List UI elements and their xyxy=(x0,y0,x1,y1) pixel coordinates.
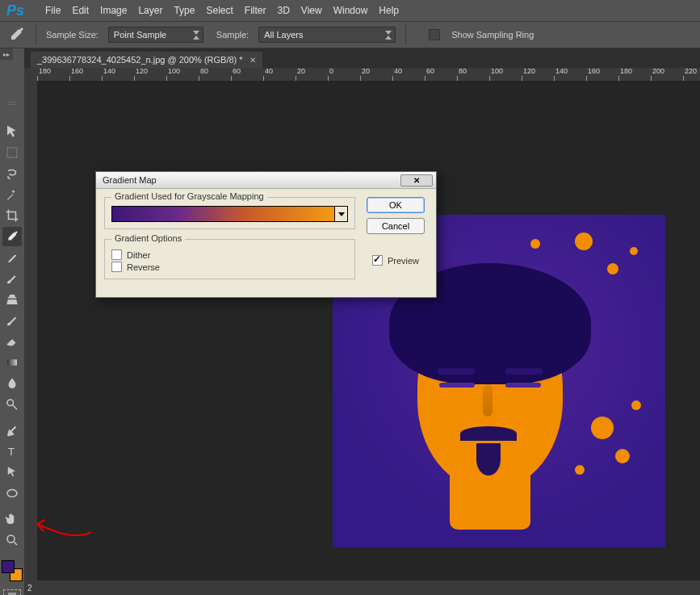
separator xyxy=(405,25,406,44)
sample-size-value: Point Sample xyxy=(114,30,166,40)
reverse-checkbox[interactable] xyxy=(111,262,122,272)
menu-type[interactable]: Type xyxy=(174,5,195,16)
gradient-options-legend: Gradient Options xyxy=(111,233,185,243)
svg-point-2 xyxy=(7,400,14,406)
canvas[interactable] xyxy=(37,81,700,580)
chevron-down-icon xyxy=(338,212,345,216)
sample-size-select[interactable]: Point Sample xyxy=(108,27,203,43)
move-tool[interactable] xyxy=(2,122,22,141)
menu-filter[interactable]: Filter xyxy=(245,5,266,16)
path-selection-tool[interactable] xyxy=(2,463,22,482)
eyedropper-tool-icon xyxy=(6,25,26,44)
toolbox-tab-strip[interactable]: ▸▸ xyxy=(0,48,13,60)
brush-tool[interactable] xyxy=(2,269,22,288)
pen-tool[interactable] xyxy=(2,421,22,440)
reverse-label: Reverse xyxy=(127,262,160,272)
chevron-up-icon xyxy=(385,31,392,35)
gradient-mapping-legend: Gradient Used for Grayscale Mapping xyxy=(111,191,267,201)
eraser-tool[interactable] xyxy=(2,332,22,351)
svg-rect-0 xyxy=(7,148,17,157)
shape-tool[interactable] xyxy=(2,484,22,503)
status-zoom[interactable]: 2 xyxy=(27,584,32,593)
hand-tool[interactable] xyxy=(2,509,22,529)
sample-size-label: Sample Size: xyxy=(46,30,99,40)
chevron-down-icon xyxy=(385,36,392,40)
dialog-titlebar[interactable]: Gradient Map ✕ xyxy=(96,172,436,189)
ruler-vertical[interactable] xyxy=(24,68,37,595)
face-illustration xyxy=(405,287,575,513)
menu-layer[interactable]: Layer xyxy=(138,5,162,16)
menu-view[interactable]: View xyxy=(301,5,322,16)
blur-tool[interactable] xyxy=(2,374,22,393)
preview-label: Preview xyxy=(388,256,419,266)
preview-checkbox[interactable] xyxy=(372,255,383,266)
document-tab-title: _399636778324_4025452_n.jpg @ 200% (RGB/… xyxy=(37,55,243,65)
menu-image[interactable]: Image xyxy=(100,5,127,16)
svg-text:T: T xyxy=(8,446,15,458)
type-tool[interactable]: T xyxy=(2,442,22,461)
svg-point-5 xyxy=(7,535,15,543)
document-tab-bar: _399636778324_4025452_n.jpg @ 200% (RGB/… xyxy=(24,48,700,68)
cancel-button[interactable]: Cancel xyxy=(367,218,425,234)
gradient-dropdown-button[interactable] xyxy=(334,207,347,221)
gradient-map-dialog: Gradient Map ✕ Gradient Used for Graysca… xyxy=(95,171,437,298)
clone-stamp-tool[interactable] xyxy=(2,290,22,309)
toolbox: :::: T ▢▾ xyxy=(0,108,24,595)
sample-value: All Layers xyxy=(264,30,303,40)
crop-tool[interactable] xyxy=(2,206,22,225)
dodge-tool[interactable] xyxy=(2,395,22,414)
svg-rect-1 xyxy=(7,359,17,366)
color-swatches[interactable] xyxy=(2,560,23,581)
menu-help[interactable]: Help xyxy=(379,5,399,16)
gradient-options-fieldset: Gradient Options Dither Reverse xyxy=(104,239,355,279)
close-button[interactable]: ✕ xyxy=(400,174,433,186)
chevron-up-icon xyxy=(193,31,199,35)
foreground-color-swatch[interactable] xyxy=(2,560,15,573)
magic-wand-tool[interactable] xyxy=(2,185,22,204)
gradient-tool[interactable] xyxy=(2,353,22,372)
svg-point-4 xyxy=(7,490,17,497)
dialog-title: Gradient Map xyxy=(103,175,157,185)
show-sampling-ring-label: Show Sampling Ring xyxy=(451,30,534,40)
menu-window[interactable]: Window xyxy=(333,5,368,16)
status-bar: 2 xyxy=(24,580,700,595)
gradient-mapping-fieldset: Gradient Used for Grayscale Mapping xyxy=(104,197,355,229)
healing-brush-tool[interactable] xyxy=(2,248,22,267)
close-icon[interactable]: ✕ xyxy=(249,56,256,65)
sample-select[interactable]: All Layers xyxy=(258,27,396,43)
menu-edit[interactable]: Edit xyxy=(72,5,89,16)
ruler-horizontal[interactable]: 1801601401201008060402002040608010012014… xyxy=(37,68,700,81)
document-area: _399636778324_4025452_n.jpg @ 200% (RGB/… xyxy=(24,48,700,595)
show-sampling-ring-checkbox[interactable] xyxy=(429,29,440,40)
eyedropper-tool[interactable] xyxy=(2,227,22,246)
gradient-preview xyxy=(112,207,334,221)
gradient-picker[interactable] xyxy=(111,206,348,222)
menu-file[interactable]: File xyxy=(45,5,61,16)
ok-button[interactable]: OK xyxy=(367,197,425,213)
dither-label: Dither xyxy=(127,250,150,260)
lasso-tool[interactable] xyxy=(2,164,22,183)
separator xyxy=(36,25,36,44)
sample-label: Sample: xyxy=(216,30,249,40)
toolbox-grip[interactable]: :::: xyxy=(0,98,24,107)
chevron-down-icon xyxy=(193,36,199,40)
app-logo: Ps xyxy=(6,2,24,19)
zoom-tool[interactable] xyxy=(2,530,22,550)
marquee-tool[interactable] xyxy=(2,143,22,162)
options-bar: Sample Size: Point Sample Sample: All La… xyxy=(0,21,700,48)
history-brush-tool[interactable] xyxy=(2,311,22,330)
menubar: Ps File Edit Image Layer Type Select Fil… xyxy=(0,0,700,21)
document-tab[interactable]: _399636778324_4025452_n.jpg @ 200% (RGB/… xyxy=(31,52,262,68)
menu-select[interactable]: Select xyxy=(206,5,233,16)
dither-checkbox[interactable] xyxy=(111,249,122,260)
menu-3d[interactable]: 3D xyxy=(278,5,290,16)
quick-mask-toggle[interactable] xyxy=(3,589,21,595)
